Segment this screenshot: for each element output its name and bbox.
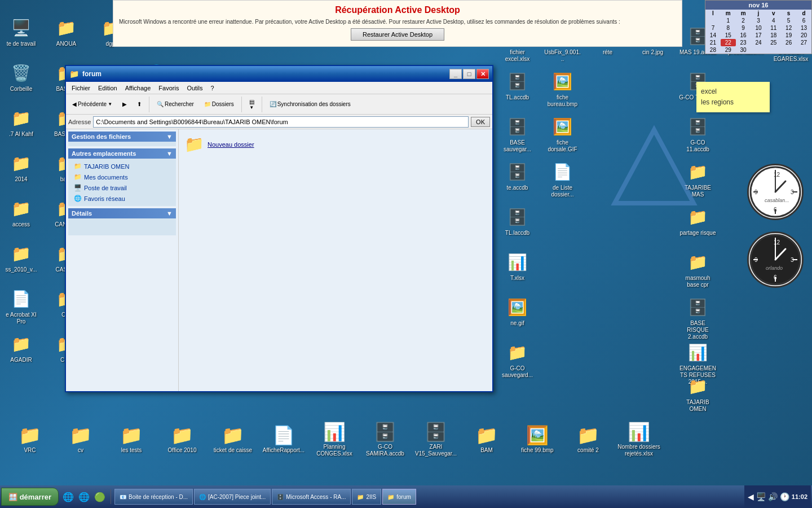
bam-icon: 📁 bbox=[475, 424, 498, 446]
mes-documents-link[interactable]: 📁 Mes documents bbox=[73, 172, 171, 182]
taskbar-item-2iis[interactable]: 📁 2IIS bbox=[352, 489, 381, 505]
favoris-reseau-link[interactable]: 🌐 Favoris réseau bbox=[73, 193, 171, 204]
taskbar-item-outlook[interactable]: 📧 Boite de réception - D... bbox=[114, 489, 193, 505]
tray-network-icon[interactable]: 🖥️ bbox=[756, 492, 766, 501]
desktop-icon[interactable]: 📄 de Liste dossier... bbox=[541, 158, 584, 200]
menu-edition[interactable]: Edition bbox=[95, 84, 121, 93]
desktop-icon[interactable]: 📁 .7 Al Kahf bbox=[0, 104, 42, 140]
chrome-icon[interactable]: 🟢 bbox=[92, 489, 107, 504]
search-button[interactable]: 🔍 Rechercher bbox=[153, 99, 198, 109]
menu-fichier[interactable]: Fichier bbox=[68, 84, 94, 93]
back-button[interactable]: ◀ Précédente ▼ bbox=[68, 99, 116, 109]
affiche-rapport-icon-container[interactable]: 📄 AfficheRapport... bbox=[258, 423, 309, 455]
svg-marker-24 bbox=[615, 130, 694, 203]
ac2007-icon: 🌐 bbox=[199, 494, 206, 500]
desktop-icon[interactable]: 📁 access bbox=[0, 195, 42, 230]
poste-travail-link[interactable]: 🖥️ Poste de travail bbox=[73, 182, 171, 193]
forward-button[interactable]: ▶ bbox=[118, 99, 131, 109]
anoua-icon: 📁 bbox=[55, 16, 78, 39]
tajarib-omen-link[interactable]: 📁 TAJARIB OMEN bbox=[73, 161, 171, 172]
bam-icon-container[interactable]: 📁 BAM bbox=[461, 423, 512, 455]
corbeille-icon-container[interactable]: 🗑️ Corbeille bbox=[0, 59, 42, 95]
taskbar: 🪟 démarrer 🌐 🌐 🟢 📧 Boite de réception - … bbox=[0, 485, 812, 508]
taskbar-item-access-ra[interactable]: 🗄️ Microsoft Access - RA... bbox=[272, 489, 351, 505]
back-dropdown-icon: ▼ bbox=[108, 102, 112, 107]
sticky-line2: les regions bbox=[701, 97, 765, 108]
close-button[interactable]: ✕ bbox=[476, 69, 489, 79]
up-button[interactable]: ⬆ bbox=[133, 99, 145, 109]
fiche99-bmp-icon-container[interactable]: 🖼️ fiche 99.bmp bbox=[512, 423, 563, 455]
calendar-header: nov 16 bbox=[705, 1, 811, 10]
sync-button[interactable]: 🔄 Synchronisation des dossiers bbox=[266, 99, 355, 109]
desktop-icon[interactable]: 📁 G-CO sauvegard... bbox=[496, 339, 539, 381]
te-accdb-icon: 🗄️ bbox=[506, 160, 529, 183]
desktop-icon[interactable]: 📁 2014 bbox=[0, 150, 42, 185]
vrc-icon-container[interactable]: 📁 VRC bbox=[5, 423, 55, 455]
calendar-widget: nov 16 lmmjvsd 123456 78910111213 141516… bbox=[705, 0, 812, 54]
zari-v15-icon-container[interactable]: 🗄️ ZARI V15_Sauvegar... bbox=[411, 420, 461, 458]
les-tests-icon-container[interactable]: 📁 les tests bbox=[106, 423, 157, 455]
taskbar-item-ac2007[interactable]: 🌐 [AC-2007] Piece joint... bbox=[194, 489, 271, 505]
desktop-icon[interactable]: 📄 e Acrobat XI Pro bbox=[0, 285, 42, 327]
desktop-icon[interactable]: 🖥️ te de travail bbox=[0, 14, 42, 50]
details-header[interactable]: Détails ▼ bbox=[68, 208, 176, 218]
new-folder-item[interactable]: 📁 Nouveau dossier bbox=[184, 135, 487, 154]
desktop-icon[interactable]: 📁 masmouh base cpr bbox=[677, 248, 719, 291]
tray-volume-icon[interactable]: 🔊 bbox=[768, 492, 778, 501]
ie2-icon[interactable]: 🌐 bbox=[77, 489, 91, 504]
office2010-icon-container[interactable]: 📁 Office 2010 bbox=[157, 423, 208, 455]
autres-header[interactable]: Autres emplacements ▼ bbox=[68, 148, 176, 159]
folders-button[interactable]: 📁 Dossiers bbox=[200, 99, 238, 109]
menu-help[interactable]: ? bbox=[208, 84, 218, 93]
toolbar-separator3 bbox=[262, 97, 262, 112]
desktop-icon[interactable]: 📊 T.xlsx bbox=[496, 248, 539, 284]
menu-bar: Fichier Edition Affichage Favoris Outils… bbox=[66, 82, 492, 94]
desktop-icon[interactable]: 🗄️ BASE sauvegar... bbox=[496, 113, 539, 155]
taskbar-item-forum[interactable]: 📁 forum bbox=[382, 489, 416, 505]
start-button[interactable]: 🪟 démarrer bbox=[1, 488, 59, 506]
desktop-icon[interactable]: 🖼️ fiche dorsale.GIF bbox=[541, 113, 584, 155]
corbeille-icon: 🗑️ bbox=[10, 62, 33, 84]
views-icon: ▤ bbox=[249, 99, 254, 105]
cv-icon-container[interactable]: 📁 cv bbox=[55, 423, 106, 455]
desktop-icon[interactable]: 📁 TAJARIB OMEN bbox=[677, 373, 719, 415]
desktop-icon[interactable]: 🗄️ te.accdb bbox=[496, 158, 539, 194]
details-content bbox=[68, 218, 176, 235]
menu-outils[interactable]: Outils bbox=[183, 84, 206, 93]
restore-active-desktop-button[interactable]: Restaurer Active Desktop bbox=[351, 28, 444, 41]
address-go-button[interactable]: OK bbox=[471, 117, 490, 127]
menu-favoris[interactable]: Favoris bbox=[155, 84, 182, 93]
address-input[interactable] bbox=[93, 116, 469, 128]
desktop-icon[interactable]: 🗄️ BASE RISQUE 2.accdb bbox=[677, 294, 719, 343]
planning-conges-icon-container[interactable]: 📊 Planning CONGES.xlsx bbox=[309, 420, 360, 458]
window-title: forum bbox=[82, 70, 449, 78]
affiche-rapport-icon: 📄 bbox=[272, 424, 295, 446]
forum-icon: 📁 bbox=[387, 494, 394, 500]
gco-samira-icon-container[interactable]: 🗄️ G-CO SAMIRA.accdb bbox=[360, 420, 411, 458]
comite2-icon-container[interactable]: 📁 comité 2 bbox=[563, 423, 614, 455]
menu-affichage[interactable]: Affichage bbox=[122, 84, 155, 93]
views-button[interactable]: ▤ ▼ bbox=[245, 97, 258, 112]
desktop-icon[interactable]: 🖼️ ne.gif bbox=[496, 294, 539, 329]
desktop-icon[interactable]: 🗄️ TL.accdb bbox=[496, 68, 539, 103]
ne-gif-icon: 🖼️ bbox=[506, 296, 529, 318]
nombre-dossiers-icon-container[interactable]: 📊 Nombre dossiers rejetés.xlsx bbox=[614, 420, 664, 458]
minimize-button[interactable]: _ bbox=[449, 69, 462, 79]
2iis-icon: 📁 bbox=[357, 494, 364, 500]
ticket-caisse-icon-container[interactable]: 📁 ticket de caisse bbox=[208, 423, 258, 455]
toolbar-separator2 bbox=[241, 97, 242, 112]
autres-section: Autres emplacements ▼ 📁 TAJARIB OMEN 📁 M… bbox=[68, 148, 176, 206]
desktop-icon[interactable]: 📁 ss_2010_v... bbox=[0, 240, 42, 275]
tray-arrow-icon[interactable]: ◀ bbox=[748, 492, 754, 501]
toolbar: ◀ Précédente ▼ ▶ ⬆ 🔍 Rechercher 📁 Dossie… bbox=[66, 94, 492, 115]
ie-icon[interactable]: 🌐 bbox=[61, 489, 76, 504]
svg-text:orlando: orlando bbox=[766, 265, 783, 271]
triangle-decoration bbox=[609, 124, 699, 210]
gestion-header[interactable]: Gestion des fichiers ▼ bbox=[68, 132, 176, 142]
folder-small-icon: 📁 bbox=[74, 163, 82, 170]
desktop-icon[interactable]: 📁 AGADIR bbox=[0, 330, 42, 366]
restore-button[interactable]: □ bbox=[463, 69, 475, 79]
desktop-icon[interactable]: 🗄️ TL.laccdb bbox=[496, 203, 539, 239]
desktop-icon[interactable]: 📁 ANOUA bbox=[45, 14, 87, 50]
desktop-icon[interactable]: 🖼️ fiche bureau.bmp bbox=[541, 68, 584, 110]
